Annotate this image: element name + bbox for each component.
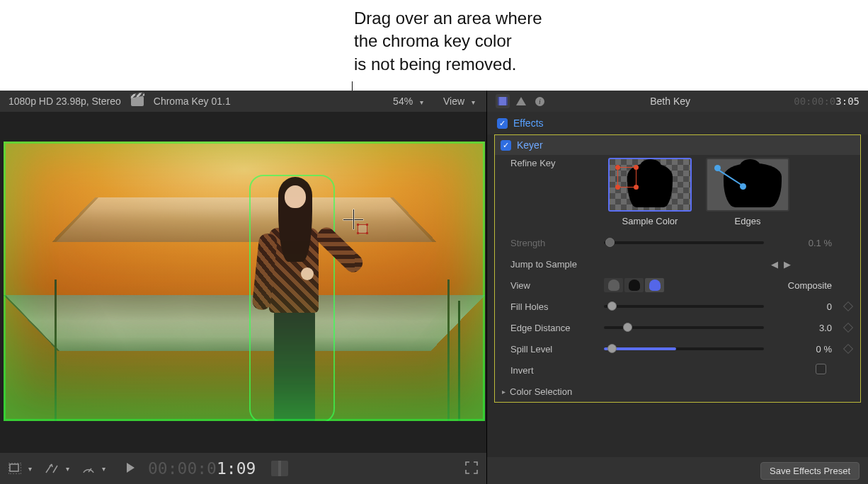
edge-distance-row: Edge Distance 3.0 (495, 317, 860, 338)
invert-checkbox[interactable] (816, 364, 826, 374)
refine-key-label: Refine Key (510, 158, 604, 168)
color-selection-label: Color Selection (510, 386, 572, 397)
zoom-value: 54% (393, 96, 413, 107)
svg-rect-0 (10, 464, 18, 471)
viewer-topbar: 1080p HD 23.98p, Stereo Chroma Key 01.1 … (0, 91, 486, 112)
view-mode-matte[interactable] (624, 278, 644, 292)
viewer-canvas (4, 142, 485, 421)
strength-slider[interactable] (604, 241, 764, 244)
clip-speed-menu[interactable]: ▾ (82, 463, 105, 474)
invert-label: Invert (510, 365, 604, 376)
view-mode-group (604, 278, 664, 292)
keyframe-button[interactable] (843, 323, 853, 333)
fill-holes-slider[interactable] (604, 305, 764, 308)
crop-tool-menu[interactable]: ▾ (8, 463, 32, 474)
spill-level-slider[interactable] (604, 347, 764, 350)
color-selection-row[interactable]: ▸ Color Selection (495, 381, 860, 402)
filmstrip-icon (497, 96, 508, 106)
view-label: View (443, 96, 464, 107)
svg-text:i: i (539, 98, 541, 105)
color-tab-icon (515, 96, 527, 106)
spill-level-row: Spill Level 0 % (495, 338, 860, 359)
sample-color-tool[interactable]: Sample Color (608, 158, 692, 226)
svg-marker-3 (127, 463, 135, 473)
annotation-line3: is not being removed. (354, 54, 516, 74)
color-inspector-tab[interactable] (514, 94, 528, 108)
keyer-effect-panel: Keyer Refine Key (494, 134, 861, 403)
viewer-pane: 1080p HD 23.98p, Stereo Chroma Key 01.1 … (0, 91, 486, 484)
strength-label: Strength (510, 238, 604, 248)
timecode-bright: 1:09 (217, 459, 256, 478)
audio-meter[interactable] (271, 461, 288, 476)
edge-distance-label: Edge Distance (510, 323, 604, 333)
effects-section-header[interactable]: Effects (487, 112, 868, 134)
fill-holes-value[interactable]: 0 (771, 301, 835, 312)
view-label: View (510, 280, 604, 291)
annotation-line1: Drag over an area where (354, 8, 542, 28)
play-button[interactable] (125, 462, 135, 476)
strength-value[interactable]: 0.1 % (771, 238, 835, 248)
annotation-line2: the chroma key color (354, 31, 512, 50)
save-effects-preset-button[interactable]: Save Effects Preset (760, 462, 860, 480)
fill-holes-row: Fill Holes 0 (495, 296, 860, 317)
svg-rect-5 (498, 97, 499, 105)
view-mode-composite[interactable] (645, 278, 664, 292)
green-spill-overlay (4, 142, 485, 421)
svg-marker-7 (516, 97, 526, 105)
invert-row: Invert (495, 359, 860, 381)
view-row: View Composite (495, 275, 860, 296)
bg-floor (4, 295, 485, 351)
app-window: 1080p HD 23.98p, Stereo Chroma Key 01.1 … (0, 91, 868, 484)
view-mode-original[interactable] (604, 278, 623, 292)
inspector-duration: 00:00:03:05 (794, 96, 860, 107)
retime-icon (45, 463, 59, 474)
effects-enable-checkbox[interactable] (497, 118, 508, 129)
view-value: Composite (771, 280, 835, 291)
edge-distance-value[interactable]: 3.0 (771, 323, 835, 333)
disclosure-triangle-icon: ▸ (502, 388, 506, 396)
keyframe-button[interactable] (843, 301, 853, 311)
inspector-pane: i Beth Key 00:00:03:05 Effects Keyer Ref… (486, 91, 868, 484)
jump-to-sample-label: Jump to Sample (510, 259, 604, 270)
fill-holes-label: Fill Holes (510, 301, 604, 312)
bg-ceiling (52, 197, 437, 242)
retime-tool-menu[interactable]: ▾ (45, 463, 69, 474)
zoom-dropdown[interactable]: 54% ▾ (393, 96, 423, 107)
play-icon (125, 462, 135, 473)
inspector-topbar: i Beth Key 00:00:03:05 (487, 91, 868, 112)
jump-next-button[interactable]: ▶ (784, 259, 791, 270)
info-inspector-tab[interactable]: i (532, 94, 547, 108)
timecode-display[interactable]: 00:00:01:09 (148, 459, 256, 478)
fullscreen-icon (465, 461, 478, 474)
crop-icon (8, 463, 21, 474)
jump-prev-button[interactable]: ◀ (771, 259, 778, 270)
effects-label: Effects (513, 117, 544, 129)
view-dropdown[interactable]: View ▾ (443, 96, 475, 107)
chevron-down-icon: ▾ (420, 98, 423, 106)
timecode-dim: 00:00:0 (148, 459, 217, 478)
svg-rect-4 (498, 97, 508, 105)
chevron-down-icon: ▾ (28, 465, 32, 473)
spill-level-value[interactable]: 0 % (771, 344, 835, 355)
doc-annotation: Drag over an area where the chroma key c… (354, 7, 542, 76)
svg-rect-6 (506, 97, 508, 105)
info-icon: i (535, 96, 545, 107)
chevron-down-icon: ▾ (472, 98, 475, 106)
spill-level-label: Spill Level (510, 344, 604, 355)
video-inspector-tab[interactable] (496, 94, 510, 108)
strength-row: Strength 0.1 % (495, 232, 860, 253)
bg-cstands (447, 280, 450, 421)
viewer-area[interactable] (0, 112, 486, 453)
jump-to-sample-row: Jump to Sample ◀ ▶ (495, 253, 860, 275)
gauge-icon (82, 463, 95, 474)
keyer-enable-checkbox[interactable] (501, 140, 511, 151)
sample-color-caption: Sample Color (608, 216, 692, 226)
inspector-clip-name: Beth Key (650, 96, 690, 107)
format-label: 1080p HD 23.98p, Stereo (8, 96, 121, 107)
viewer-bottombar: ▾ ▾ ▾ 00:00:01:09 (0, 453, 486, 484)
fullscreen-button[interactable] (465, 461, 478, 476)
edges-tool[interactable]: Edges (706, 158, 789, 226)
edge-distance-slider[interactable] (604, 326, 764, 329)
keyer-header[interactable]: Keyer (495, 135, 860, 155)
keyframe-button[interactable] (843, 344, 853, 354)
